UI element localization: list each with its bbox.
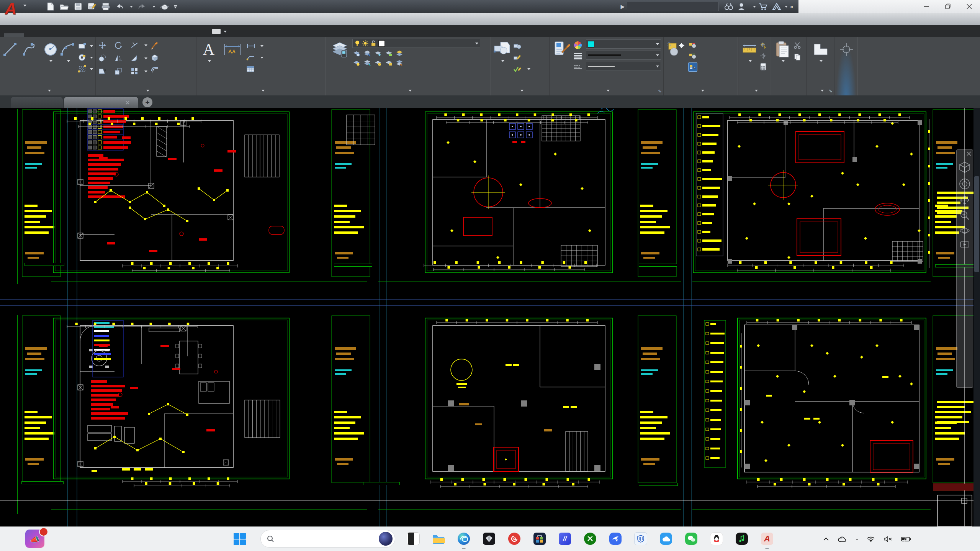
- search-highlight-image[interactable]: [379, 532, 393, 546]
- rectangle-tool-button[interactable]: [78, 41, 93, 51]
- redo-button[interactable]: [137, 2, 147, 11]
- shield-app-button[interactable]: [632, 530, 650, 548]
- qq-button[interactable]: [708, 530, 725, 548]
- new-tab-button[interactable]: +: [142, 97, 152, 107]
- move-button[interactable]: [98, 40, 109, 50]
- arc-button[interactable]: [60, 39, 76, 85]
- stretch-button[interactable]: [98, 66, 109, 76]
- tab-addins[interactable]: [143, 33, 163, 37]
- autocad-app-button[interactable]: A: [1, 0, 21, 18]
- volume-muted-icon[interactable]: [883, 536, 893, 542]
- save-button[interactable]: [74, 2, 83, 11]
- tab-manage[interactable]: [103, 33, 123, 37]
- widgets-button[interactable]: 📣: [25, 530, 48, 548]
- wechat-button[interactable]: [682, 530, 700, 548]
- viewcube-icon[interactable]: [959, 161, 970, 173]
- insert-flyout-icon[interactable]: [501, 60, 504, 62]
- copy-button[interactable]: [98, 53, 109, 63]
- layer-lock-icon[interactable]: [370, 39, 376, 48]
- steering-wheel-icon[interactable]: [959, 178, 970, 190]
- base-point-button[interactable]: [810, 39, 831, 85]
- tab-parametric[interactable]: [64, 33, 83, 37]
- touch-panel-title[interactable]: [834, 85, 858, 95]
- erase-button[interactable]: [151, 41, 159, 51]
- onedrive-cloud-icon[interactable]: [838, 536, 847, 543]
- insert-block-button[interactable]: [493, 39, 511, 85]
- edit-attrs-flyout-icon[interactable]: [527, 68, 530, 70]
- annotation-panel-title[interactable]: [196, 85, 326, 95]
- edit-attributes-button[interactable]: [513, 64, 547, 74]
- base-point-flyout-icon[interactable]: [820, 60, 823, 62]
- modify-panel-title[interactable]: [96, 85, 196, 95]
- autodesk-a360-icon[interactable]: [772, 3, 781, 10]
- cut-scissors-icon[interactable]: [793, 41, 802, 49]
- layer-freeze-sun-icon[interactable]: [362, 39, 368, 48]
- layer-lock-tool-icon[interactable]: [384, 49, 393, 57]
- gem-app-button[interactable]: [480, 530, 498, 548]
- linetype-list-icon[interactable]: [574, 62, 582, 71]
- tab-view[interactable]: [83, 33, 103, 37]
- layer-on-bulb-icon[interactable]: [354, 39, 360, 48]
- help-search-input[interactable]: [627, 2, 719, 11]
- tray-chevron-icon[interactable]: [823, 537, 829, 541]
- set-current-layer-icon[interactable]: [395, 49, 404, 57]
- taskbar-search[interactable]: [260, 530, 395, 548]
- tab-a360[interactable]: [163, 33, 183, 37]
- clipboard-panel-title[interactable]: [771, 85, 806, 95]
- selection-mode-button[interactable]: [837, 39, 856, 85]
- paste-button[interactable]: [773, 39, 792, 85]
- lineweight-dropdown[interactable]: [586, 51, 661, 60]
- tab-output[interactable]: [123, 33, 143, 37]
- leader-button[interactable]: [246, 52, 286, 62]
- battery-charging-icon[interactable]: [901, 536, 911, 542]
- orbit-icon[interactable]: [960, 226, 970, 236]
- sign-in-flyout-icon[interactable]: [753, 6, 756, 8]
- drawing-canvas[interactable]: [0, 108, 980, 526]
- canvas-scrollbar-track[interactable]: [973, 108, 980, 526]
- app-menu-arrow-icon[interactable]: [23, 5, 26, 7]
- rotate-button[interactable]: [114, 40, 125, 50]
- color-wheel-icon[interactable]: [574, 41, 582, 49]
- bird-app-button[interactable]: [607, 530, 624, 548]
- minimize-button[interactable]: [916, 0, 937, 13]
- dimension-button[interactable]: [221, 39, 244, 85]
- line-button[interactable]: [2, 39, 18, 85]
- region-tool-button[interactable]: [78, 64, 93, 74]
- circle-button[interactable]: [43, 39, 58, 85]
- quick-select-icon[interactable]: [759, 41, 767, 49]
- layer-dropdown-arrow-icon[interactable]: [475, 43, 478, 44]
- properties-dialog-launcher-icon[interactable]: ⇘: [658, 88, 662, 93]
- undo-button[interactable]: [115, 2, 124, 11]
- new-file-button[interactable]: [46, 2, 55, 11]
- ungroup-icon[interactable]: [688, 41, 697, 49]
- file-tab-start[interactable]: [11, 97, 63, 108]
- ribbon-collapse-button[interactable]: [212, 29, 227, 34]
- music-app-button[interactable]: [733, 530, 751, 548]
- plot-button[interactable]: [101, 2, 110, 11]
- edge-browser-button[interactable]: [455, 530, 473, 548]
- zoom-extents-icon[interactable]: [960, 210, 970, 220]
- infocenter-expand-icon[interactable]: ▶: [620, 3, 625, 10]
- render-teapot-icon[interactable]: [160, 2, 169, 11]
- cloud-app-button[interactable]: [657, 530, 675, 548]
- restore-button[interactable]: [937, 0, 959, 13]
- layer-dropdown[interactable]: [352, 39, 480, 48]
- ime-indicator[interactable]: [856, 539, 858, 540]
- file-tab-drawing[interactable]: [64, 97, 138, 108]
- match-properties-button[interactable]: [552, 39, 571, 85]
- layers-panel-title[interactable]: [326, 85, 491, 95]
- save-as-button[interactable]: [87, 2, 97, 11]
- array-button[interactable]: [130, 66, 147, 76]
- view-dialog-launcher-icon[interactable]: ⇘: [829, 88, 833, 93]
- paste-flyout-icon[interactable]: [782, 60, 785, 62]
- array-flyout-icon[interactable]: [144, 71, 147, 72]
- draw-panel-title[interactable]: [0, 85, 95, 95]
- layer-thaw-icon[interactable]: [374, 59, 382, 67]
- xbox-button[interactable]: [581, 530, 599, 548]
- qat-customize-icon[interactable]: [174, 5, 177, 8]
- linear-dim-button[interactable]: [246, 41, 286, 51]
- redo-flyout-icon[interactable]: [152, 6, 155, 8]
- file-explorer-button[interactable]: [430, 530, 447, 548]
- offset-button[interactable]: [151, 64, 159, 74]
- edit-block-button[interactable]: [513, 52, 547, 62]
